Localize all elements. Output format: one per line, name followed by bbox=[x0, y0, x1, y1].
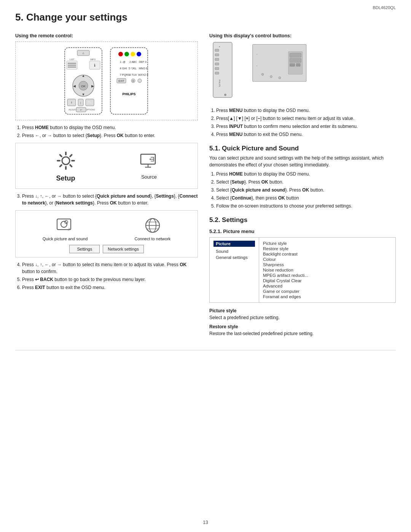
section-51-title: 5.1. Quick Picture and Sound bbox=[209, 145, 396, 152]
network-settings-button: Network settings bbox=[103, 245, 143, 253]
svg-text:▶: ▶ bbox=[91, 84, 94, 88]
picture-style-label: Picture style bbox=[209, 308, 396, 313]
display-panel-svg: ● PHILIPS bbox=[209, 42, 247, 102]
svg-text:0: 0 bbox=[132, 80, 134, 82]
quick-picture-sound-item: ♪ Quick picture and sound bbox=[43, 216, 88, 241]
svg-point-89 bbox=[279, 77, 281, 79]
svg-point-78 bbox=[224, 94, 226, 96]
svg-rect-72 bbox=[215, 49, 219, 51]
home-bold: HOME bbox=[35, 125, 49, 130]
svg-text:7 PQRS: 7 PQRS bbox=[120, 73, 130, 77]
svg-point-32 bbox=[137, 52, 141, 56]
quick-picture-sound-icon: ♪ bbox=[56, 216, 75, 235]
svg-point-91 bbox=[256, 65, 258, 66]
display-images: ● PHILIPS bbox=[209, 42, 396, 102]
section-52: 5.2. Settings 5.2.1. Picture menu Pictur… bbox=[209, 216, 396, 337]
s51-step-5: Follow the on-screen instructions to cho… bbox=[216, 203, 396, 209]
chapter-name: Change your settings bbox=[26, 11, 127, 23]
svg-rect-76 bbox=[215, 67, 219, 70]
step-4: Press ↓, ↑, ←, or → button to select its… bbox=[22, 261, 198, 275]
chapter-title: 5. Change your settings bbox=[15, 11, 396, 23]
svg-text:INFO: INFO bbox=[90, 58, 96, 61]
svg-point-31 bbox=[131, 52, 135, 56]
restore-style-label: Restore style bbox=[209, 324, 396, 329]
setup-label: Setup bbox=[56, 174, 75, 182]
sound-item: Sound bbox=[213, 248, 255, 254]
svg-line-57 bbox=[60, 165, 61, 166]
svg-text:⇑: ⇑ bbox=[70, 101, 73, 104]
svg-text:PHILIPS: PHILIPS bbox=[218, 80, 221, 87]
svg-text:⬜: ⬜ bbox=[88, 101, 92, 104]
svg-point-90 bbox=[256, 54, 258, 55]
picture-menu-box: Picture Sound General settings Picture s… bbox=[209, 237, 396, 303]
step-3-list: Press ↓, ↑, ←, or → button to select {Qu… bbox=[15, 193, 198, 206]
svg-point-30 bbox=[124, 52, 129, 56]
svg-text:OPTIONS: OPTIONS bbox=[86, 109, 95, 111]
connect-network-icon bbox=[143, 216, 162, 235]
section-51: 5.1. Quick Picture and Sound You can sel… bbox=[209, 145, 396, 209]
svg-line-54 bbox=[60, 155, 61, 157]
quick-picture-sound-label: Quick picture and sound bbox=[43, 236, 88, 241]
step-3: Press ↓, ↑, ←, or → button to select {Qu… bbox=[22, 193, 198, 206]
svg-text:|: | bbox=[80, 101, 81, 104]
source-label: Source bbox=[141, 174, 157, 180]
setup-box: Setup Source bbox=[15, 143, 198, 189]
s51-step-4: Select {Continue}, then press OK button bbox=[216, 195, 396, 201]
display-steps: Press MENU button to display the OSD men… bbox=[209, 107, 396, 138]
section-521-number: 5.2.1. bbox=[209, 228, 222, 234]
svg-text:●: ● bbox=[219, 45, 220, 48]
advanced: Advanced bbox=[263, 283, 392, 289]
section-52-name: Settings bbox=[222, 216, 247, 224]
svg-text:▲: ▲ bbox=[82, 74, 85, 78]
s51-step-1: Press HOME button to display the OSD men… bbox=[216, 171, 396, 177]
svg-point-29 bbox=[118, 52, 123, 56]
svg-text:MNO 6: MNO 6 bbox=[139, 67, 147, 70]
svg-text:DEF 3: DEF 3 bbox=[139, 61, 147, 63]
setup-item-source: Source bbox=[139, 152, 159, 180]
display-step-4: Press MENU button to exit the OSD menu. bbox=[216, 131, 396, 138]
arrow-bold: ← bbox=[35, 133, 40, 138]
display-section-label: Using this display's control buttons: bbox=[209, 33, 396, 38]
svg-text:5 *JKL: 5 *JKL bbox=[129, 67, 137, 70]
display-step-1: Press MENU button to display the OSD men… bbox=[216, 107, 396, 114]
steps-1-2: Press HOME button to display the OSD men… bbox=[15, 124, 198, 139]
left-column: Using the remote control: ⌂ LIST INFO bbox=[15, 29, 198, 339]
section-51-body: You can select picture and sound setting… bbox=[209, 155, 396, 168]
svg-line-55 bbox=[70, 165, 72, 166]
two-column-layout: Using the remote control: ⌂ LIST INFO bbox=[15, 29, 396, 339]
svg-text:WXYZ 9: WXYZ 9 bbox=[138, 73, 148, 76]
display-step-3: Press INPUT button to confirm menu selec… bbox=[216, 123, 396, 130]
noise-reduction: Noise reduction bbox=[263, 267, 392, 273]
svg-text:.: . bbox=[139, 80, 140, 82]
svg-text:8 TUV: 8 TUV bbox=[129, 73, 137, 76]
general-settings-item: General settings bbox=[213, 254, 255, 260]
source-icon bbox=[139, 152, 159, 172]
display-step-2: Press[▲] [▼] [+] or [−] button to select… bbox=[216, 115, 396, 122]
picture-style-section: Picture style Select a predefined pictur… bbox=[209, 308, 396, 321]
svg-text:ADJUST: ADJUST bbox=[68, 109, 77, 111]
svg-rect-85 bbox=[290, 64, 295, 67]
svg-line-56 bbox=[70, 155, 72, 157]
svg-rect-75 bbox=[215, 63, 219, 65]
arrow-bold2: → bbox=[48, 133, 52, 138]
page-number: 13 bbox=[203, 520, 208, 525]
chapter-number: 5. bbox=[15, 11, 24, 23]
section-51-number: 5.1. bbox=[209, 145, 220, 152]
svg-rect-83 bbox=[290, 53, 301, 58]
step-2: Press ←, or → button to select {Setup}. … bbox=[22, 132, 198, 139]
section-52-title: 5.2. Settings bbox=[209, 216, 396, 224]
quick-icons-row: ♪ Quick picture and sound Connect to net bbox=[21, 216, 192, 241]
page-container: BDL4620QL 5. Change your settings Using … bbox=[0, 0, 411, 532]
svg-rect-77 bbox=[215, 72, 219, 74]
svg-rect-84 bbox=[290, 58, 301, 62]
svg-text:2 ABC: 2 ABC bbox=[129, 61, 137, 63]
s51-step-2: Select {Setup}. Press OK button. bbox=[216, 179, 396, 185]
svg-rect-74 bbox=[215, 58, 219, 61]
mpeg-artifact: MPEG artifact reducti... bbox=[263, 273, 392, 278]
svg-rect-28 bbox=[110, 48, 148, 114]
section-52-number: 5.2. bbox=[209, 216, 220, 224]
picture-menu-right: Picture style Restore style Backlight co… bbox=[259, 238, 395, 302]
svg-text:⌂: ⌂ bbox=[83, 51, 84, 55]
picture-menu-left: Picture Sound General settings bbox=[210, 238, 259, 302]
settings-button: Settings bbox=[69, 245, 100, 253]
